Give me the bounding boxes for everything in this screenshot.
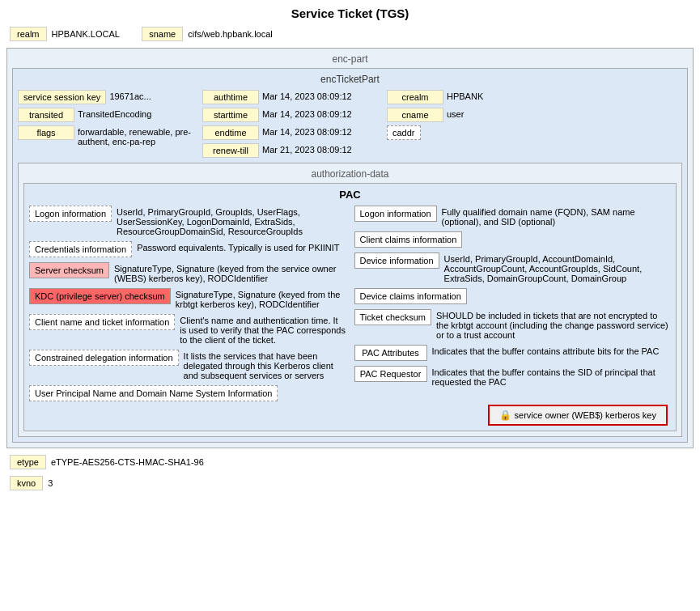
endtime-value: Mar 14, 2023 08:09:12 bbox=[262, 125, 352, 137]
authtime-value: Mar 14, 2023 08:09:12 bbox=[262, 90, 352, 101]
pac-item-desc: Fully qualified domain name (FQDN), SAM … bbox=[442, 206, 671, 227]
etype-value: eTYPE-AES256-CTS-HMAC-SHA1-96 bbox=[51, 457, 204, 467]
pac-right-item: Logon informationFully qualified domain … bbox=[354, 206, 672, 227]
enc-part-title: enc-part bbox=[12, 53, 688, 65]
pac-item-label: PAC Requestor bbox=[354, 366, 427, 382]
starttime-label: starttime bbox=[202, 108, 259, 122]
endtime-label: endtime bbox=[202, 125, 259, 140]
pac-left-item: Server checksumSignatureType, Signature … bbox=[29, 262, 346, 283]
bottom-fields: etype eTYPE-AES256-CTS-HMAC-SHA1-96 bbox=[6, 455, 694, 469]
renew-till-row: renew-till Mar 21, 2023 08:09:12 bbox=[202, 143, 380, 158]
realm-label: realm bbox=[10, 27, 47, 41]
pac-item-desc: Indicates that the buffer contains attri… bbox=[432, 345, 672, 356]
pac-right-item: Ticket checksumSHOULD be included in tic… bbox=[354, 309, 672, 340]
caddr-row: caddr bbox=[387, 125, 516, 140]
enc-ticket-title: encTicketPart bbox=[18, 74, 682, 85]
authtime-row: authtime Mar 14, 2023 08:09:12 bbox=[202, 90, 380, 104]
pac-title: PAC bbox=[29, 189, 671, 201]
enc-part-section: enc-part encTicketPart service session k… bbox=[6, 48, 694, 448]
enc-ticket-part: encTicketPart service session key 19671a… bbox=[12, 68, 688, 443]
flags-row: flags forwardable, renewable, pre-authen… bbox=[18, 125, 196, 146]
cname-row: cname user bbox=[387, 108, 516, 122]
pac-item-desc: Client's name and authentication time. I… bbox=[180, 314, 346, 345]
service-session-key-row: service session key 19671ac... bbox=[18, 90, 196, 104]
sname-label: sname bbox=[142, 27, 183, 41]
service-key-button[interactable]: 🔒 service owner (WEB$) kerberos key bbox=[488, 405, 668, 426]
auth-data-title: authorization-data bbox=[23, 168, 677, 180]
pac-item-desc: Indicates that the buffer contains the S… bbox=[432, 366, 672, 387]
pac-item-label: Server checksum bbox=[29, 262, 109, 278]
pac-right-item: Client claims information bbox=[354, 231, 672, 248]
pac-left-item: Credentials informationPassword equivale… bbox=[29, 241, 346, 257]
starttime-value: Mar 14, 2023 08:09:12 bbox=[262, 108, 352, 119]
pac-item-desc: SignatureType, Signature (keyed from the… bbox=[114, 262, 346, 283]
pac-item-label: KDC (privilege server) checksum bbox=[29, 288, 171, 304]
enc-col-3: crealm HPBANK cname user caddr bbox=[387, 90, 516, 158]
sname-value: cifs/web.hpbank.local bbox=[188, 29, 273, 39]
crealm-row: crealm HPBANK bbox=[387, 90, 516, 104]
service-session-key-label: service session key bbox=[18, 90, 106, 104]
transited-label: transited bbox=[18, 108, 74, 122]
pac-right-item: PAC AttributesIndicates that the buffer … bbox=[354, 345, 672, 361]
pac-item-desc: UserId, PrimaryGroupId, AccountDomainId,… bbox=[444, 252, 671, 283]
pac-left-col: Logon informationUserId, PrimaryGroupId,… bbox=[29, 206, 346, 401]
pac-right-item: Device claims information bbox=[354, 288, 672, 304]
flags-label: flags bbox=[18, 125, 74, 140]
flags-value: forwardable, renewable, pre-authent, enc… bbox=[78, 125, 196, 146]
transited-value: TransitedEncoding bbox=[78, 108, 151, 119]
pac-item-label: PAC Attributes bbox=[354, 345, 427, 361]
pac-item-label: Ticket checksum bbox=[354, 309, 432, 325]
auth-data-section: authorization-data PAC Logon information… bbox=[18, 163, 682, 437]
lock-icon: 🔒 bbox=[499, 409, 511, 421]
page-title: Service Ticket (TGS) bbox=[6, 6, 694, 20]
renew-till-label: renew-till bbox=[202, 143, 259, 158]
realm-value: HPBANK.LOCAL bbox=[52, 29, 120, 39]
crealm-value: HPBANK bbox=[447, 90, 483, 101]
pac-left-item: Constrained delegation informationIt lis… bbox=[29, 350, 346, 380]
pac-left-item: Logon informationUserId, PrimaryGroupId,… bbox=[29, 206, 346, 236]
enc-col-1: service session key 19671ac... transited… bbox=[18, 90, 196, 158]
enc-fields-grid: service session key 19671ac... transited… bbox=[18, 90, 682, 158]
renew-till-value: Mar 21, 2023 08:09:12 bbox=[262, 143, 352, 155]
pac-item-desc: It lists the services that have been del… bbox=[184, 350, 346, 380]
pac-item-label: Client claims information bbox=[354, 231, 463, 248]
pac-item-label: Device information bbox=[354, 252, 439, 269]
pac-item-label: User Principal Name and Domain Name Syst… bbox=[29, 385, 278, 401]
pac-item-label: Client name and ticket information bbox=[29, 314, 175, 330]
cname-label: cname bbox=[387, 108, 443, 122]
pac-item-label: Logon information bbox=[29, 206, 112, 222]
service-key-box: 🔒 service owner (WEB$) kerberos key bbox=[29, 405, 671, 426]
pac-left-item: Client name and ticket informationClient… bbox=[29, 314, 346, 345]
pac-item-label: Device claims information bbox=[354, 288, 467, 304]
enc-col-2: authtime Mar 14, 2023 08:09:12 starttime… bbox=[202, 90, 380, 158]
transited-row: transited TransitedEncoding bbox=[18, 108, 196, 122]
pac-left-item: User Principal Name and Domain Name Syst… bbox=[29, 385, 346, 401]
authtime-label: authtime bbox=[202, 90, 259, 104]
pac-item-desc: Password equivalents. Typically is used … bbox=[137, 241, 346, 252]
kvno-fields: kvno 3 bbox=[6, 476, 694, 490]
endtime-row: endtime Mar 14, 2023 08:09:12 bbox=[202, 125, 380, 140]
cname-value: user bbox=[447, 108, 464, 119]
pac-right-col: Logon informationFully qualified domain … bbox=[354, 206, 672, 401]
pac-item-label: Credentials information bbox=[29, 241, 132, 257]
starttime-row: starttime Mar 14, 2023 08:09:12 bbox=[202, 108, 380, 122]
pac-item-label: Logon information bbox=[354, 206, 437, 222]
pac-right-item: Device informationUserId, PrimaryGroupId… bbox=[354, 252, 672, 283]
kvno-label: kvno bbox=[10, 476, 43, 490]
pac-item-desc: UserId, PrimaryGroupId, GroupIds, UserFl… bbox=[117, 206, 346, 236]
caddr-label: caddr bbox=[387, 125, 421, 140]
top-fields: realm HPBANK.LOCAL sname cifs/web.hpbank… bbox=[6, 27, 694, 41]
pac-section: PAC Logon informationUserId, PrimaryGrou… bbox=[23, 183, 677, 431]
pac-right-item: PAC RequestorIndicates that the buffer c… bbox=[354, 366, 672, 387]
pac-left-item: KDC (privilege server) checksumSignature… bbox=[29, 288, 346, 309]
kvno-value: 3 bbox=[48, 478, 53, 488]
pac-item-desc: SignatureType, Signature (keyed from the… bbox=[176, 288, 346, 309]
crealm-label: crealm bbox=[387, 90, 443, 104]
pac-grid: Logon informationUserId, PrimaryGroupId,… bbox=[29, 206, 671, 401]
service-session-key-value: 19671ac... bbox=[109, 90, 151, 101]
etype-label: etype bbox=[10, 455, 46, 469]
pac-item-label: Constrained delegation information bbox=[29, 350, 179, 366]
service-key-label: service owner (WEB$) kerberos key bbox=[515, 410, 656, 420]
pac-item-desc: SHOULD be included in tickets that are n… bbox=[436, 309, 671, 340]
